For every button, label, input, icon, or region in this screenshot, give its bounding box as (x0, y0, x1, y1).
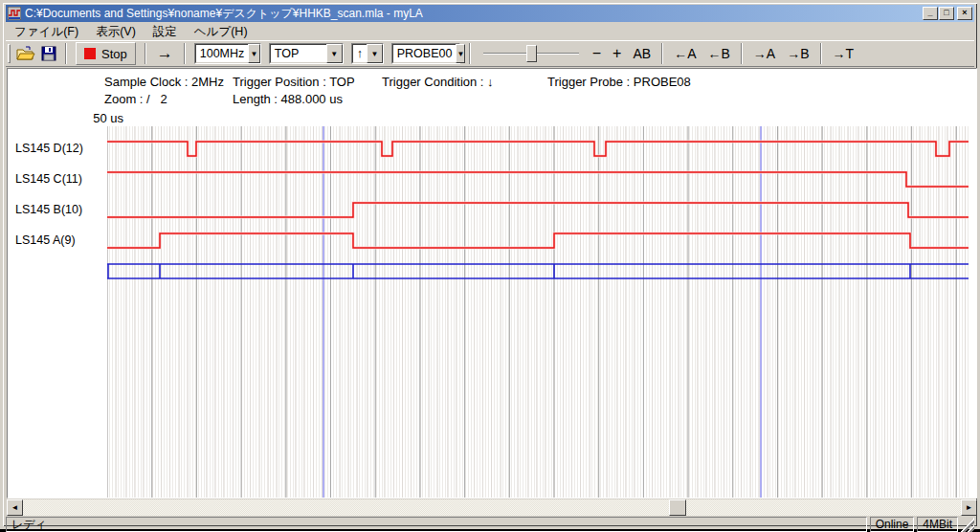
trigger-edge-value: ↑ (352, 44, 367, 63)
scroll-right-icon[interactable]: ► (961, 499, 977, 516)
run-button[interactable]: → (151, 43, 179, 64)
chevron-down-icon[interactable]: ▼ (248, 44, 259, 63)
app-icon (8, 7, 21, 20)
sample-clock-combo[interactable]: 100MHz ▼ (194, 43, 261, 64)
menu-view[interactable]: 表示(V) (87, 23, 145, 41)
goto-a-right-button[interactable]: →A (747, 43, 781, 64)
window-title: C:¥Documents and Settings¥noname¥デスクトップ¥… (25, 6, 922, 22)
stop-square-icon (84, 48, 96, 59)
sample-clock-info: Sample Clock : 2MHz (104, 75, 224, 89)
waveform-grid[interactable] (107, 126, 969, 499)
slider-thumb[interactable] (526, 45, 537, 62)
menu-help[interactable]: ヘルプ(H) (186, 23, 256, 41)
signal-wave-halo (107, 233, 969, 248)
toolbar-separator (820, 43, 822, 64)
signal-wave (107, 233, 969, 248)
status-ready: レディ (6, 517, 867, 532)
goto-b-right-button[interactable]: →B (781, 43, 814, 64)
trigger-position-value: TOP (270, 44, 326, 63)
maximize-button[interactable]: □ (939, 7, 954, 20)
menu-settings[interactable]: 設定 (145, 23, 186, 41)
zoom-slider[interactable] (483, 43, 579, 64)
trigger-edge-combo[interactable]: ↑ ▼ (351, 43, 384, 64)
horizontal-scrollbar[interactable]: ◄ ► (7, 499, 977, 516)
signal-wave (107, 142, 969, 156)
scrollbar-thumb[interactable] (669, 499, 686, 516)
sample-clock-value: 100MHz (195, 44, 249, 63)
trigger-position-combo[interactable]: TOP ▼ (269, 43, 344, 64)
signal-wave (107, 203, 969, 217)
waveform-client-area: Sample Clock : 2MHz Trigger Position : T… (7, 68, 977, 499)
signal-label[interactable]: LS145 C(11) (15, 172, 82, 188)
status-bar: レディ Online 4MBit (6, 517, 974, 532)
menu-bar: ファイル(F) 表示(V) 設定 ヘルプ(H) (6, 23, 974, 40)
ab-button[interactable]: AB (627, 43, 657, 64)
toolbar-separator (661, 43, 663, 64)
trigger-probe-combo[interactable]: PROBE00 ▼ (391, 43, 460, 64)
goto-trigger-button[interactable]: →T (827, 43, 860, 64)
close-button[interactable]: × (957, 7, 972, 20)
trigger-position-info: Trigger Position : TOP (233, 75, 355, 89)
app-window: C:¥Documents and Settings¥noname¥デスクトップ¥… (0, 0, 980, 529)
minimize-button[interactable]: _ (923, 7, 938, 20)
status-memory: 4MBit (917, 517, 958, 532)
open-folder-icon (16, 46, 35, 61)
signal-label[interactable]: LS145 B(10) (15, 203, 82, 218)
resize-grip[interactable] (961, 517, 974, 532)
stop-label: Stop (101, 47, 127, 61)
timebase-label: 50 us (60, 111, 123, 125)
waveform-plot (107, 126, 969, 499)
signal-wave-halo (107, 172, 969, 187)
menu-file[interactable]: ファイル(F) (6, 23, 87, 41)
toolbar-separator (741, 43, 743, 64)
signal-label[interactable]: LS145 A(9) (15, 233, 76, 249)
trigger-condition-info: Trigger Condition : ↓ (382, 75, 494, 89)
zoom-info: Zoom : / 2 (104, 92, 167, 106)
save-floppy-icon (41, 46, 56, 61)
zoom-out-button[interactable]: − (587, 43, 607, 64)
signal-wave-halo (107, 203, 969, 217)
goto-a-left-button[interactable]: ←A (668, 43, 702, 64)
save-file-button[interactable] (37, 43, 60, 64)
chevron-down-icon[interactable]: ▼ (326, 44, 343, 63)
open-file-button[interactable] (14, 43, 37, 64)
toolbar-grip[interactable] (8, 44, 11, 63)
toolbar-separator (145, 43, 146, 64)
trigger-probe-value: PROBE00 (392, 44, 457, 63)
signal-label[interactable]: LS145 D(12) (15, 142, 83, 157)
stop-button[interactable]: Stop (76, 42, 136, 65)
toolbar-separator (184, 43, 186, 64)
zoom-in-button[interactable]: + (607, 43, 627, 64)
goto-b-left-button[interactable]: ←B (702, 43, 735, 64)
chevron-down-icon[interactable]: ▼ (456, 44, 465, 63)
toolbar: Stop → 100MHz ▼ TOP ▼ ↑ ▼ PROBE00 ▼ − + … (6, 40, 974, 67)
toolbar-separator (469, 43, 471, 64)
signal-wave (107, 172, 969, 187)
length-info: Length : 488.000 us (233, 92, 343, 106)
signal-wave-halo (107, 142, 969, 156)
title-bar[interactable]: C:¥Documents and Settings¥noname¥デスクトップ¥… (6, 5, 974, 22)
chevron-down-icon[interactable]: ▼ (367, 44, 383, 63)
status-online: Online (870, 517, 915, 532)
scroll-left-icon[interactable]: ◄ (7, 499, 23, 516)
trigger-probe-info: Trigger Probe : PROBE08 (547, 75, 691, 89)
toolbar-separator (65, 43, 67, 64)
